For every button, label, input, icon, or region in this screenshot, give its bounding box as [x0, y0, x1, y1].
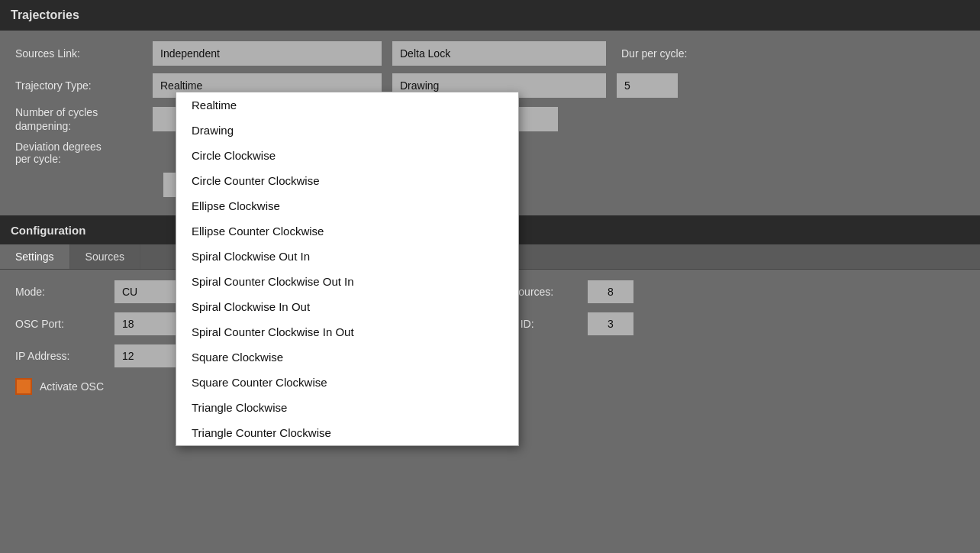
dropdown-item-square-ccw[interactable]: Square Counter Clockwise	[176, 370, 518, 395]
dropdown-item-drawing[interactable]: Drawing	[176, 118, 518, 143]
deviation-label: Deviation degrees per cycle:	[15, 141, 153, 165]
dropdown-item-realtime[interactable]: Realtime	[176, 92, 518, 118]
trajectory-type-label: Trajectory Type:	[15, 79, 153, 92]
sources-link-input1[interactable]	[153, 41, 382, 66]
title-bar: Trajectories	[0, 0, 980, 31]
sources-link-row: Sources Link: Dur per cycle:	[15, 41, 965, 66]
osc-port-label: OSC Port:	[15, 318, 114, 330]
num-cycles-label: Number of cycles dampening:	[15, 105, 153, 133]
dropdown-item-ellipse-ccw[interactable]: Ellipse Counter Clockwise	[176, 218, 518, 244]
sources-input[interactable]	[588, 280, 633, 303]
ip-address-label: IP Address:	[15, 350, 114, 362]
title-text: Trajectories	[11, 8, 79, 22]
dropdown-item-spiral-ccw-in-out[interactable]: Spiral Counter Clockwise In Out	[176, 319, 518, 344]
tab-settings[interactable]: Settings	[0, 244, 70, 269]
mode-label: Mode:	[15, 286, 114, 298]
dropdown-item-circle-ccw[interactable]: Circle Counter Clockwise	[176, 168, 518, 193]
sources-right: Sources:	[511, 280, 633, 303]
trajectory-type-dropdown[interactable]: Realtime Drawing Circle Clockwise Circle…	[176, 92, 519, 446]
id-label: e ID:	[511, 318, 588, 330]
dropdown-item-triangle-ccw[interactable]: Triangle Counter Clockwise	[176, 420, 518, 445]
dropdown-item-spiral-cw-out-in[interactable]: Spiral Clockwise Out In	[176, 244, 518, 269]
dropdown-item-circle-cw[interactable]: Circle Clockwise	[176, 143, 518, 168]
dropdown-item-ellipse-cw[interactable]: Ellipse Clockwise	[176, 193, 518, 218]
dropdown-item-spiral-ccw-out-in[interactable]: Spiral Counter Clockwise Out In	[176, 269, 518, 294]
sources-label: Sources:	[511, 286, 588, 298]
dropdown-item-square-cw[interactable]: Square Clockwise	[176, 344, 518, 370]
sources-link-input2[interactable]	[392, 41, 606, 66]
id-right: e ID:	[511, 312, 633, 335]
activate-osc-label: Activate OSC	[40, 380, 104, 393]
main-container: Trajectories Sources Link: Dur per cycle…	[0, 0, 980, 553]
dur-per-cycle-label: Dur per cycle:	[621, 47, 687, 60]
dur-value-input[interactable]	[617, 73, 678, 98]
activate-osc-checkbox[interactable]	[15, 378, 32, 395]
tab-sources[interactable]: Sources	[70, 244, 140, 269]
configuration-title: Configuration	[11, 224, 85, 237]
sources-link-label: Sources Link:	[15, 47, 153, 60]
dropdown-item-spiral-cw-in-out[interactable]: Spiral Clockwise In Out	[176, 294, 518, 319]
id-input[interactable]	[588, 312, 633, 335]
dropdown-item-triangle-cw[interactable]: Triangle Clockwise	[176, 395, 518, 420]
